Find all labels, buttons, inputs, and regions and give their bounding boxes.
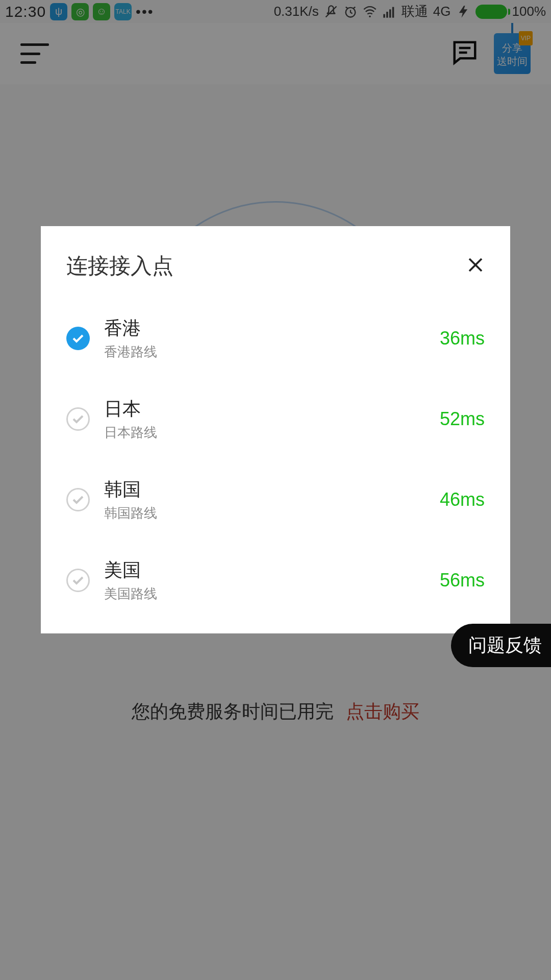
server-ping: 36ms: [440, 328, 485, 349]
server-text: 美国美国路线: [104, 558, 425, 603]
feedback-button[interactable]: 问题反馈: [451, 624, 551, 667]
server-sub: 美国路线: [104, 585, 425, 603]
radio-unselected-icon[interactable]: [66, 407, 90, 431]
server-name: 香港: [104, 316, 425, 341]
radio-unselected-icon[interactable]: [66, 569, 90, 592]
server-name: 美国: [104, 558, 425, 583]
server-item[interactable]: 香港香港路线36ms: [66, 316, 485, 361]
radio-unselected-icon[interactable]: [66, 488, 90, 511]
server-ping: 56ms: [440, 570, 485, 591]
server-item[interactable]: 日本日本路线52ms: [66, 397, 485, 442]
server-ping: 46ms: [440, 489, 485, 510]
server-text: 香港香港路线: [104, 316, 425, 361]
server-list: 香港香港路线36ms日本日本路线52ms韩国韩国路线46ms美国美国路线56ms: [66, 316, 485, 613]
server-name: 韩国: [104, 477, 425, 502]
radio-selected-icon[interactable]: [66, 327, 90, 350]
server-sub: 韩国路线: [104, 504, 425, 522]
modal-header: 连接接入点: [66, 252, 485, 280]
close-button[interactable]: [466, 256, 485, 276]
server-modal: 连接接入点 香港香港路线36ms日本日本路线52ms韩国韩国路线46ms美国美国…: [41, 226, 510, 633]
server-name: 日本: [104, 397, 425, 422]
server-text: 日本日本路线: [104, 397, 425, 442]
server-sub: 日本路线: [104, 424, 425, 442]
server-ping: 52ms: [440, 408, 485, 430]
server-sub: 香港路线: [104, 343, 425, 361]
server-item[interactable]: 韩国韩国路线46ms: [66, 477, 485, 522]
modal-title: 连接接入点: [66, 252, 173, 280]
feedback-label: 问题反馈: [468, 634, 542, 655]
server-item[interactable]: 美国美国路线56ms: [66, 558, 485, 603]
server-text: 韩国韩国路线: [104, 477, 425, 522]
